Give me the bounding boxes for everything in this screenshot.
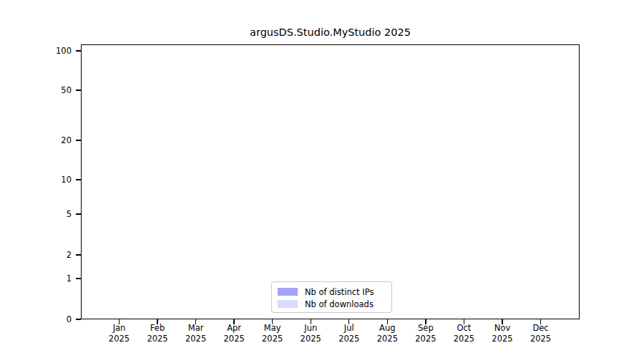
x-tick-label: Apr2025 (224, 323, 245, 344)
x-tick-year: 2025 (338, 334, 359, 344)
y-tick-mark (76, 140, 81, 140)
y-tick-mark (76, 50, 81, 51)
legend: Nb of distinct IPs Nb of downloads (271, 281, 392, 313)
y-tick-label: 20 (0, 135, 72, 145)
y-tick-label: 50 (0, 85, 72, 95)
x-tick-month: Jul (338, 323, 359, 334)
x-tick-month: Nov (492, 323, 512, 334)
x-tick-label: Jan2025 (109, 323, 130, 344)
y-tick-mark (76, 254, 81, 255)
x-tick-label: Nov2025 (492, 323, 512, 344)
x-tick-month: May (262, 323, 283, 334)
x-tick-label: Jul2025 (338, 323, 359, 344)
y-tick-mark (76, 319, 81, 319)
x-tick-label: Mar2025 (185, 323, 206, 344)
x-tick-month: Aug (377, 323, 398, 334)
x-tick-month: Jun (301, 323, 321, 334)
x-tick-year: 2025 (454, 334, 474, 344)
x-tick-year: 2025 (224, 334, 245, 344)
y-tick-mark (76, 213, 81, 214)
x-tick-month: Apr (224, 323, 245, 334)
downloads-swatch (278, 300, 298, 308)
y-tick-mark (76, 278, 81, 279)
legend-label-downloads: Nb of downloads (305, 299, 374, 309)
legend-entry-downloads: Nb of downloads (272, 298, 391, 310)
legend-entry-distinct-ips: Nb of distinct IPs (272, 286, 391, 298)
y-tick-label: 2 (0, 250, 72, 260)
x-tick-label: Feb2025 (147, 323, 167, 344)
x-tick-label: Aug2025 (377, 323, 398, 344)
x-tick-month: Sep (415, 323, 436, 334)
x-tick-year: 2025 (492, 334, 512, 344)
chart-title: argusDS.Studio.MyStudio 2025 (81, 26, 580, 38)
x-tick-month: Jan (109, 323, 130, 334)
x-tick-month: Dec (530, 323, 551, 334)
x-tick-year: 2025 (109, 334, 130, 344)
x-tick-month: Feb (147, 323, 167, 334)
y-tick-label: 0 (0, 314, 72, 324)
x-tick-label: Jun2025 (301, 323, 321, 344)
distinct-ips-swatch (278, 288, 298, 296)
x-tick-year: 2025 (530, 334, 551, 344)
x-tick-month: Mar (185, 323, 206, 334)
x-tick-year: 2025 (262, 334, 283, 344)
x-tick-year: 2025 (377, 334, 398, 344)
y-tick-label: 1 (0, 274, 72, 284)
x-tick-month: Oct (454, 323, 474, 334)
plot-area (81, 44, 580, 319)
x-tick-label: Sep2025 (415, 323, 436, 344)
x-tick-year: 2025 (185, 334, 206, 344)
x-tick-label: Oct2025 (454, 323, 474, 344)
x-tick-label: Dec2025 (530, 323, 551, 344)
x-tick-year: 2025 (301, 334, 321, 344)
y-tick-label: 5 (0, 209, 72, 219)
y-tick-mark (76, 90, 81, 90)
y-tick-label: 100 (0, 46, 72, 56)
chart-figure: argusDS.Studio.MyStudio 2025 01251020501… (0, 0, 644, 358)
x-tick-year: 2025 (415, 334, 436, 344)
x-tick-label: May2025 (262, 323, 283, 344)
y-tick-label: 10 (0, 175, 72, 185)
legend-label-distinct-ips: Nb of distinct IPs (305, 287, 374, 297)
x-tick-year: 2025 (147, 334, 167, 344)
y-tick-mark (76, 179, 81, 180)
